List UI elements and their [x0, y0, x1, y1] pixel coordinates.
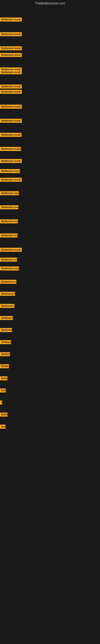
bottleneck-badge: B: [0, 400, 2, 404]
bottleneck-item[interactable]: Bottleneck result: [0, 376, 8, 381]
bottleneck-item[interactable]: Bottleneck result: [0, 147, 21, 152]
bottleneck-badge: Bottleneck result: [0, 280, 16, 284]
bottleneck-item[interactable]: Bottleneck result: [0, 90, 22, 94]
bottleneck-item[interactable]: Bottleneck result: [0, 266, 19, 271]
bottleneck-badge: Bottleneck result: [0, 292, 15, 296]
bottleneck-item[interactable]: Bottleneck result: [0, 316, 13, 321]
bottleneck-item[interactable]: Bottleneck result: [0, 352, 10, 357]
bottleneck-item[interactable]: Bott: [0, 425, 6, 430]
bottleneck-item[interactable]: Bottleneck result: [0, 205, 18, 210]
bottleneck-item[interactable]: Bottleneck result: [0, 292, 15, 297]
bottleneck-item[interactable]: Bottleneck result: [0, 304, 14, 309]
bottleneck-badge: Bottleneck result: [0, 376, 8, 380]
bottleneck-badge: Bottleneck result: [0, 328, 12, 332]
bottleneck-item[interactable]: Bottleneck result: [0, 32, 22, 37]
bottleneck-badge: Bottleneck result: [0, 90, 22, 94]
bottleneck-item[interactable]: Bottleneck result: [0, 178, 22, 182]
bottleneck-badge: Bottleneck result: [0, 133, 22, 137]
bottleneck-item[interactable]: Bottleneck result: [0, 133, 22, 138]
bottleneck-badge: Bottleneck result: [0, 340, 11, 344]
bottleneck-badge: Bottleneck result: [0, 53, 22, 57]
bottleneck-badge: Bottleneck result: [0, 191, 19, 195]
bottleneck-item[interactable]: Bottleneck result: [0, 280, 16, 284]
bottleneck-badge: Bottleneck result: [0, 105, 22, 109]
bottleneck-item[interactable]: Bottleneck result: [0, 53, 22, 58]
bottleneck-item[interactable]: B: [0, 400, 2, 405]
bottleneck-badge: Bottleneck result: [0, 412, 8, 416]
bottleneck-badge: Bottleneck result: [0, 352, 10, 356]
bottleneck-item[interactable]: Bottleneck result: [0, 340, 11, 345]
bottleneck-badge: Bottleneck result: [0, 266, 19, 270]
bottleneck-item[interactable]: Bottleneck result: [0, 84, 22, 89]
bottleneck-badge: Bottleneck result: [0, 364, 9, 368]
bottleneck-badge: Bottleneck result: [0, 316, 13, 320]
bottleneck-item[interactable]: Bottleneck result: [0, 388, 6, 393]
bottleneck-badge: Bott: [0, 425, 6, 429]
bottleneck-item[interactable]: Bottleneck result: [0, 105, 22, 110]
bottleneck-badge: Bottleneck result: [0, 18, 22, 22]
bottleneck-item[interactable]: Bottleneck result: [0, 328, 12, 333]
bottleneck-item[interactable]: Bottleneck result: [0, 219, 18, 224]
bottleneck-badge: Bottleneck result: [0, 46, 22, 50]
bottleneck-item[interactable]: Bottleneck result: [0, 412, 8, 418]
bottleneck-badge: Bottleneck result: [0, 388, 6, 392]
bottleneck-badge: Bottleneck result: [0, 304, 14, 308]
bottleneck-item[interactable]: Bottleneck result: [0, 364, 9, 369]
bottleneck-badge: Bottleneck result: [0, 248, 22, 252]
bottleneck-badge: Bottleneck result: [0, 159, 22, 163]
bottleneck-badge: Bottleneck result: [0, 84, 22, 88]
bottleneck-badge: Bottleneck result: [0, 147, 21, 151]
bottleneck-badge: Bottleneck result: [0, 70, 22, 74]
bottleneck-badge: Bottleneck result: [0, 119, 22, 123]
bottleneck-badge: Bottleneck result: [0, 169, 20, 173]
bottleneck-badge: Bottleneck result: [0, 258, 17, 262]
bottleneck-item[interactable]: Bottleneck result: [0, 191, 19, 196]
bottleneck-item[interactable]: Bottleneck result: [0, 70, 22, 75]
bottleneck-badge: Bottleneck result: [0, 234, 18, 238]
bottleneck-badge: Bottleneck result: [0, 178, 22, 182]
site-title: TheBottlenecker.com: [0, 0, 100, 6]
bottleneck-item[interactable]: Bottleneck result: [0, 169, 20, 174]
bottleneck-item[interactable]: Bottleneck result: [0, 18, 22, 22]
bottleneck-item[interactable]: Bottleneck result: [0, 159, 22, 164]
bottleneck-item[interactable]: Bottleneck result: [0, 46, 22, 51]
bottleneck-badge: Bottleneck result: [0, 219, 18, 224]
bottleneck-item[interactable]: Bottleneck result: [0, 119, 22, 124]
bottleneck-item[interactable]: Bottleneck result: [0, 248, 22, 252]
bottleneck-badge: Bottleneck result: [0, 205, 18, 209]
bottleneck-item[interactable]: Bottleneck result: [0, 258, 17, 262]
bottleneck-badge: Bottleneck result: [0, 32, 22, 36]
bottleneck-item[interactable]: Bottleneck result: [0, 234, 18, 238]
